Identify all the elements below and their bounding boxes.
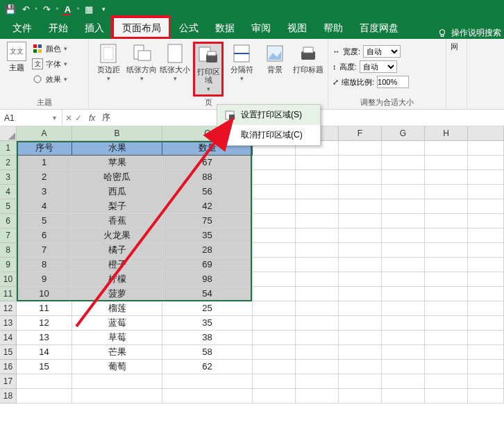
cell-A16[interactable]: 15 <box>17 360 72 374</box>
cell-A4[interactable]: 3 <box>17 185 72 199</box>
column-header-G[interactable]: G <box>382 126 425 141</box>
cell-A15[interactable]: 14 <box>17 345 72 360</box>
tab-data[interactable]: 数据 <box>207 18 243 39</box>
cell-A11[interactable]: 10 <box>17 287 72 301</box>
cell-empty[interactable] <box>72 389 162 403</box>
cell-empty[interactable] <box>296 185 339 199</box>
cell-empty[interactable] <box>382 374 425 389</box>
cell-empty[interactable] <box>296 316 339 331</box>
row-header-7[interactable]: 7 <box>0 228 17 243</box>
tab-page-layout[interactable]: 页面布局 <box>112 17 171 39</box>
tab-file[interactable]: 文件 <box>4 18 40 39</box>
cell-empty[interactable] <box>339 156 382 170</box>
cell-C3[interactable]: 88 <box>162 170 253 185</box>
cell-B7[interactable]: 火龙果 <box>72 228 162 243</box>
cell-B14[interactable]: 草莓 <box>72 331 162 345</box>
cell-empty[interactable] <box>339 316 382 331</box>
cell-empty[interactable] <box>162 374 253 389</box>
column-header-B[interactable]: B <box>72 126 162 141</box>
cell-empty[interactable] <box>296 389 339 403</box>
undo-icon[interactable]: ↶ <box>18 1 33 17</box>
effects-button[interactable]: 效果▾ <box>32 72 67 86</box>
cell-A9[interactable]: 8 <box>17 258 72 272</box>
cell-C2[interactable]: 67 <box>162 156 253 170</box>
row-header-10[interactable]: 10 <box>0 272 17 287</box>
tab-home[interactable]: 开始 <box>40 18 76 39</box>
cell-A6[interactable]: 5 <box>17 214 72 228</box>
themes-button[interactable]: 文文 主题 <box>4 42 29 74</box>
cell-B15[interactable]: 芒果 <box>72 345 162 360</box>
colors-button[interactable]: 颜色▾ <box>32 42 67 56</box>
cell-empty[interactable] <box>382 228 425 243</box>
cell-B16[interactable]: 葡萄 <box>72 360 162 374</box>
row-header-11[interactable]: 11 <box>0 287 17 301</box>
tab-help[interactable]: 帮助 <box>315 18 351 39</box>
fx-icon[interactable]: fx <box>85 113 99 123</box>
tab-formulas[interactable]: 公式 <box>171 18 207 39</box>
row-header-12[interactable]: 12 <box>0 301 17 316</box>
cell-empty[interactable] <box>339 389 382 403</box>
cell-empty[interactable] <box>382 272 425 287</box>
cell-empty[interactable] <box>339 331 382 345</box>
fonts-button[interactable]: 文 字体▾ <box>32 57 67 71</box>
cell-B9[interactable]: 橙子 <box>72 258 162 272</box>
row-header-18[interactable]: 18 <box>0 389 17 403</box>
cell-empty[interactable] <box>339 185 382 199</box>
cell-empty[interactable] <box>253 258 296 272</box>
tab-review[interactable]: 审阅 <box>243 18 279 39</box>
cell-empty[interactable] <box>253 374 296 389</box>
tab-view[interactable]: 视图 <box>279 18 315 39</box>
cell-A13[interactable]: 12 <box>17 316 72 331</box>
row-header-15[interactable]: 15 <box>0 345 17 360</box>
cell-B8[interactable]: 橘子 <box>72 243 162 258</box>
row-header-4[interactable]: 4 <box>0 185 17 199</box>
cell-C16[interactable]: 62 <box>162 360 253 374</box>
cell-empty[interactable] <box>382 243 425 258</box>
cell-C4[interactable]: 56 <box>162 185 253 199</box>
cell-B12[interactable]: 榴莲 <box>72 301 162 316</box>
size-button[interactable]: 纸张大小 <box>160 42 190 83</box>
cell-empty[interactable] <box>339 360 382 374</box>
cell-A5[interactable]: 4 <box>17 199 72 214</box>
margins-button[interactable]: 页边距 <box>93 42 124 83</box>
cell-empty[interactable] <box>425 272 468 287</box>
cell-A14[interactable]: 13 <box>17 331 72 345</box>
row-header-8[interactable]: 8 <box>0 243 17 258</box>
cell-empty[interactable] <box>296 287 339 301</box>
set-print-area-item[interactable]: 设置打印区域(S) <box>217 105 320 125</box>
name-box[interactable]: A1 ▼ <box>0 110 62 126</box>
cell-empty[interactable] <box>339 287 382 301</box>
cell-empty[interactable] <box>253 185 296 199</box>
grid[interactable]: ABCDEFGH1序号水果数量21苹果6732哈密瓜8843西瓜5654梨子42… <box>0 126 504 403</box>
cell-empty[interactable] <box>253 243 296 258</box>
save-icon[interactable]: 💾 <box>3 1 18 17</box>
tab-insert[interactable]: 插入 <box>76 18 112 39</box>
cell-empty[interactable] <box>339 258 382 272</box>
print-area-button[interactable]: 打印区域 <box>193 42 224 97</box>
cell-empty[interactable] <box>339 214 382 228</box>
cell-empty[interactable] <box>382 214 425 228</box>
cell-empty[interactable] <box>382 185 425 199</box>
cell-C9[interactable]: 69 <box>162 258 253 272</box>
cell-empty[interactable] <box>382 287 425 301</box>
cell-empty[interactable] <box>17 374 72 389</box>
cell-empty[interactable] <box>253 345 296 360</box>
cell-empty[interactable] <box>253 228 296 243</box>
cell-empty[interactable] <box>382 345 425 360</box>
cell-empty[interactable] <box>425 345 468 360</box>
cell-empty[interactable] <box>296 345 339 360</box>
row-header-6[interactable]: 6 <box>0 214 17 228</box>
cell-empty[interactable] <box>162 389 253 403</box>
cell-empty[interactable] <box>253 214 296 228</box>
row-header-2[interactable]: 2 <box>0 156 17 170</box>
width-select[interactable]: 自动 <box>363 45 401 58</box>
cell-B4[interactable]: 西瓜 <box>72 185 162 199</box>
cell-C11[interactable]: 54 <box>162 287 253 301</box>
cell-empty[interactable] <box>253 272 296 287</box>
table-icon[interactable]: ▦ <box>81 1 96 17</box>
scale-input[interactable] <box>377 76 409 88</box>
column-header-H[interactable]: H <box>425 126 468 141</box>
cell-empty[interactable] <box>253 156 296 170</box>
font-color-icon[interactable]: A <box>60 1 75 17</box>
cell-A2[interactable]: 1 <box>17 156 72 170</box>
